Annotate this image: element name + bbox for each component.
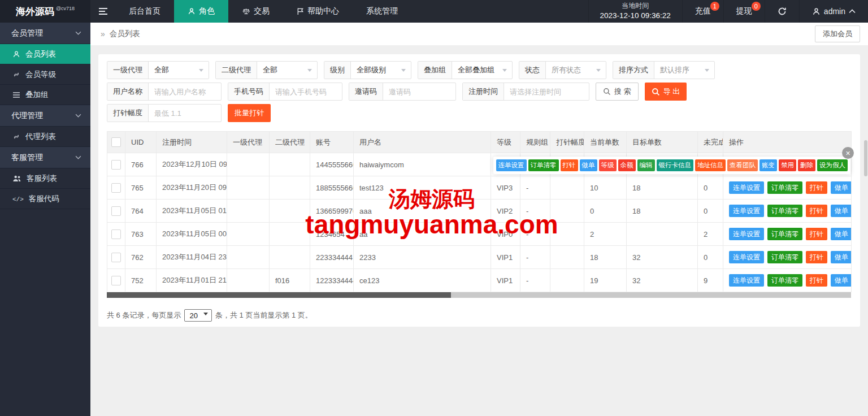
popup-action-delete[interactable]: 删除 (798, 159, 815, 171)
cell-account: 1366599976 (310, 200, 354, 223)
sidebar-section-member-mgmt[interactable]: 会员管理 (0, 23, 90, 44)
make-order-button[interactable]: 做单 (831, 205, 852, 217)
menu-toggle-button[interactable] (90, 0, 115, 23)
make-order-button[interactable]: 做单 (831, 181, 852, 194)
sidebar-item-member-level[interactable]: 会员等级 (0, 64, 90, 85)
table-row: 7652023年11月20日 09:31:5618855556666test12… (107, 176, 852, 200)
popup-action-level[interactable]: 等级 (599, 159, 617, 171)
nav-item-trade[interactable]: 交易 (228, 0, 283, 23)
row-checkbox[interactable] (111, 253, 121, 262)
nav-item-role[interactable]: 角色 (174, 0, 228, 23)
cell-rule: - (520, 223, 550, 246)
popup-action-address-info[interactable]: 地址信息 (695, 159, 726, 171)
page-size-select[interactable]: 20 (184, 309, 211, 322)
row-checkbox[interactable] (111, 276, 121, 285)
popup-action-edit[interactable]: 编辑 (637, 159, 655, 171)
app-logo-text: 海外源码 (16, 5, 54, 18)
popup-action-disable[interactable]: 禁用 (779, 159, 796, 171)
row-checkbox[interactable] (111, 229, 121, 239)
cell-target (627, 223, 698, 246)
sidebar-item-service-list[interactable]: 客服列表 (0, 168, 90, 189)
inject-button[interactable]: 打针 (806, 228, 827, 240)
clear-orders-button[interactable]: 订单清零 (767, 205, 802, 217)
phone-input[interactable] (270, 83, 342, 100)
row-checkbox[interactable] (111, 206, 121, 216)
popup-action-set-fake-user[interactable]: 设为假人 (817, 159, 848, 171)
add-member-button[interactable]: 添加会员 (815, 25, 860, 42)
clear-orders-button[interactable]: 订单清零 (767, 251, 802, 263)
make-order-button[interactable]: 做单 (831, 251, 852, 263)
make-order-button[interactable]: 做单 (831, 274, 852, 287)
popup-action-balance[interactable]: 余额 (618, 159, 636, 171)
admin-menu[interactable]: admin (799, 0, 868, 23)
sidebar-section-service-mgmt[interactable]: 客服管理 (0, 147, 90, 168)
row-checkbox[interactable] (111, 183, 121, 193)
sidebar-item-agent-list[interactable]: 代理列表 (0, 127, 90, 147)
batch-inject-button[interactable]: 批量打针 (228, 104, 271, 122)
popup-action-chain-order-settings[interactable]: 连单设置 (496, 159, 527, 171)
search-button[interactable]: 搜 索 (596, 83, 639, 101)
popup-action-bank-card-info[interactable]: 银行卡信息 (657, 159, 694, 171)
inject-button[interactable]: 打针 (806, 274, 827, 287)
popup-action-balance-change[interactable]: 账变 (760, 159, 777, 171)
clear-orders-button[interactable]: 订单清零 (767, 181, 802, 194)
select-all-checkbox[interactable] (111, 137, 121, 147)
table-header-row: UID注册时间一级代理二级代理账号用户名等级规则组打针幅度当前单数目标单数未完成… (107, 132, 852, 153)
popup-action-view-team[interactable]: 查看团队 (727, 159, 758, 171)
export-button[interactable]: 导 出 (645, 83, 687, 101)
nav-item-system[interactable]: 系统管理 (353, 0, 411, 23)
sidebar-item-service-code[interactable]: </>客服代码 (0, 189, 90, 209)
selected-value: 全部 (154, 65, 169, 75)
agent1-filter[interactable]: 全部 (149, 62, 209, 79)
chain-order-settings-button[interactable]: 连单设置 (729, 181, 764, 194)
recharge-button[interactable]: 充值 1 (682, 0, 723, 23)
selected-value: 默认排序 (660, 65, 689, 75)
make-order-button[interactable]: 做单 (831, 228, 852, 240)
nav-item-home[interactable]: 后台首页 (115, 0, 174, 23)
sidebar-section-agent-mgmt[interactable]: 代理管理 (0, 105, 90, 127)
chain-order-settings-button[interactable]: 连单设置 (729, 274, 764, 287)
group-filter[interactable]: 全部叠加组 (452, 62, 512, 79)
cell-rule: - (520, 176, 550, 200)
cell-username: test123 (354, 176, 491, 200)
cell-username: aa (354, 223, 491, 246)
inject-button[interactable]: 打针 (806, 251, 827, 263)
sidebar-item-member-list[interactable]: 会员列表 (0, 44, 90, 64)
chain-order-settings-button[interactable]: 连单设置 (729, 205, 764, 217)
sidebar-item-label: 客服列表 (27, 174, 57, 184)
search-icon (652, 88, 660, 96)
popup-action-inject[interactable]: 打针 (561, 159, 578, 171)
nav-item-help[interactable]: 帮助中心 (283, 0, 353, 23)
cell-agent2 (270, 223, 310, 246)
chain-order-settings-button[interactable]: 连单设置 (729, 251, 764, 263)
username-input[interactable] (149, 83, 221, 100)
inject-range-input[interactable] (149, 105, 221, 122)
invite-code-input[interactable] (383, 83, 455, 100)
agent2-filter[interactable]: 全部 (257, 62, 317, 79)
reg-time-input[interactable] (504, 83, 589, 100)
horizontal-scrollbar[interactable] (107, 292, 851, 298)
inject-button[interactable]: 打针 (806, 205, 827, 217)
cell-unfinished: 0 (698, 246, 723, 269)
chain-order-settings-button[interactable]: 连单设置 (729, 228, 764, 240)
clear-orders-button[interactable]: 订单清零 (767, 228, 802, 240)
sidebar-item-stack-group[interactable]: 叠加组 (0, 85, 90, 105)
withdraw-button[interactable]: 提现 0 (723, 0, 765, 23)
horizontal-scrollbar-thumb[interactable] (107, 292, 451, 298)
clear-orders-button[interactable]: 订单清零 (767, 274, 802, 287)
filter-label: 用户名称 (107, 83, 149, 100)
status-filter[interactable]: 所有状态 (546, 62, 606, 79)
cell-account: 1223334444 (310, 269, 354, 292)
sort-filter[interactable]: 默认排序 (654, 62, 714, 79)
level-filter[interactable]: 全部级别 (351, 62, 411, 79)
table-row: 7622023年11月04日 23:50:302233344442233VIP1… (107, 246, 852, 269)
popup-close-button[interactable]: × (842, 147, 854, 159)
list-icon (12, 92, 20, 98)
vertical-scrollbar-thumb[interactable] (864, 140, 867, 176)
inject-button[interactable]: 打针 (806, 181, 827, 194)
refresh-button[interactable] (765, 0, 799, 23)
popup-action-make-order[interactable]: 做单 (580, 159, 597, 171)
row-checkbox[interactable] (111, 160, 121, 170)
topbar-right: 当地时间 2023-12-10 09:36:22 充值 1 提现 0 admin (588, 0, 868, 23)
popup-action-clear-orders[interactable]: 订单清零 (528, 159, 559, 171)
